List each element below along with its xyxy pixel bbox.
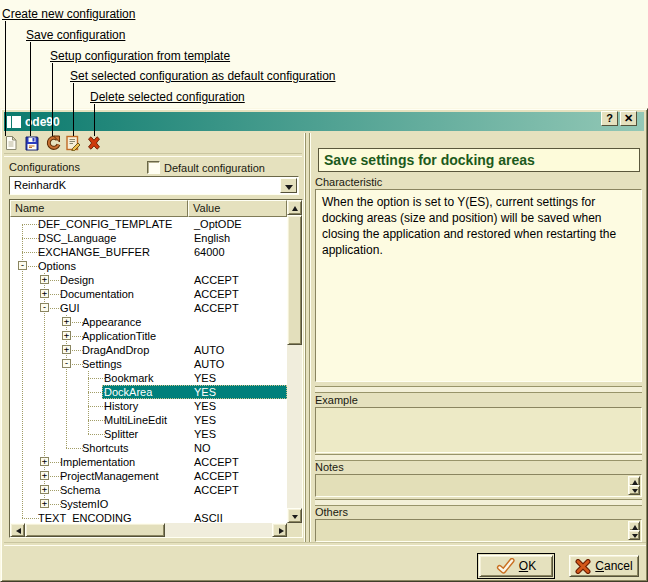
ok-button[interactable]: OK — [477, 553, 555, 579]
expand-toggle[interactable]: + — [62, 331, 71, 340]
scroll-up-button[interactable] — [287, 200, 302, 215]
tree-row[interactable]: EXCHANGE_BUFFER64000 — [10, 245, 287, 259]
tree-node-label[interactable]: History — [104, 399, 138, 413]
collapse-toggle[interactable]: - — [40, 303, 49, 312]
tree-node-label[interactable]: Shortcuts — [82, 441, 128, 455]
tree-row[interactable]: -GUIACCEPT — [10, 301, 287, 315]
expand-toggle[interactable]: + — [40, 275, 49, 284]
tree-row[interactable]: +ProjectManagementACCEPT — [10, 469, 287, 483]
tree-row[interactable]: HistoryYES — [10, 399, 287, 413]
tree-node-label[interactable]: Options — [38, 259, 76, 273]
column-header-name[interactable]: Name — [10, 200, 188, 217]
section-splitter[interactable] — [315, 386, 642, 393]
tree-node-value: ASCII — [194, 511, 223, 523]
tree-node-label[interactable]: Settings — [82, 357, 122, 371]
ok-button-label: OK — [519, 559, 536, 573]
setup-from-template-button[interactable] — [45, 135, 61, 151]
scroll-right-button[interactable] — [272, 523, 287, 537]
tree-node-label[interactable]: ProjectManagement — [60, 469, 158, 483]
tree-node-label[interactable]: Appearance — [82, 315, 141, 329]
collapse-toggle[interactable]: - — [62, 359, 71, 368]
tree-row[interactable]: +DragAndDropAUTO — [10, 343, 287, 357]
new-configuration-button[interactable] — [3, 135, 19, 151]
expand-toggle[interactable]: + — [40, 471, 49, 480]
tree-node-value: _OptODE — [194, 217, 242, 231]
tree-node-label[interactable]: EXCHANGE_BUFFER — [38, 245, 150, 259]
close-button[interactable]: ✕ — [620, 111, 637, 126]
tree-node-label[interactable]: ApplicationTitle — [82, 329, 156, 343]
configuration-select-arrow[interactable] — [280, 178, 297, 193]
configuration-select-value: ReinhardK — [14, 179, 66, 191]
tree-node-label[interactable]: Bookmark — [104, 371, 154, 385]
tree-node-label[interactable]: DockArea — [104, 385, 152, 399]
tree-row[interactable]: -Options — [10, 259, 287, 273]
section-splitter[interactable] — [315, 454, 642, 461]
scroll-thumb[interactable] — [25, 523, 165, 537]
tree-row[interactable]: MultiLineEditYES — [10, 413, 287, 427]
others-scrollbar[interactable] — [628, 521, 640, 540]
tree-node-label[interactable]: Implementation — [60, 455, 135, 469]
tree-row[interactable]: DockAreaYES — [10, 385, 287, 399]
tree-node-label[interactable]: Design — [60, 273, 94, 287]
tree-row[interactable]: +DesignACCEPT — [10, 273, 287, 287]
tree-row[interactable]: DEF_CONFIG_TEMPLATE_OptODE — [10, 217, 287, 231]
column-header-value[interactable]: Value — [188, 200, 287, 217]
tree-node-label[interactable]: Splitter — [104, 427, 138, 441]
tree-row[interactable]: DSC_LanguageEnglish — [10, 231, 287, 245]
default-configuration-checkbox[interactable] — [147, 161, 160, 174]
tree-node-label[interactable]: GUI — [60, 301, 80, 315]
tree-horizontal-scrollbar[interactable] — [10, 523, 287, 537]
tree-vertical-scrollbar[interactable] — [287, 200, 302, 523]
tree-row[interactable]: +DocumentationACCEPT — [10, 287, 287, 301]
titlebar: ode90 — [4, 112, 644, 131]
tree-row[interactable]: TEXT_ENCODINGASCII — [10, 511, 287, 523]
delete-configuration-button[interactable] — [86, 135, 102, 151]
set-default-configuration-button[interactable] — [65, 135, 81, 151]
expand-toggle[interactable]: + — [40, 457, 49, 466]
tree-node-label[interactable]: DSC_Language — [38, 231, 116, 245]
tree-row[interactable]: +Appearance — [10, 315, 287, 329]
tree-node-label[interactable]: TEXT_ENCODING — [38, 511, 132, 523]
expand-toggle[interactable]: + — [40, 485, 49, 494]
tree-row[interactable]: SplitterYES — [10, 427, 287, 441]
notes-scrollbar[interactable] — [628, 476, 640, 495]
save-configuration-button[interactable] — [24, 135, 40, 151]
tree-row[interactable]: +SchemaACCEPT — [10, 483, 287, 497]
expand-toggle[interactable]: + — [40, 289, 49, 298]
configuration-select[interactable]: ReinhardK — [9, 176, 299, 195]
callout-delete-configuration: Delete selected configuration — [90, 90, 245, 104]
scroll-down-button[interactable] — [628, 485, 640, 495]
notes-box[interactable] — [315, 474, 642, 497]
tree-row[interactable]: BookmarkYES — [10, 371, 287, 385]
chevron-down-icon — [285, 185, 293, 190]
scroll-left-button[interactable] — [10, 523, 25, 537]
tree-row[interactable]: +ImplementationACCEPT — [10, 455, 287, 469]
help-button[interactable]: ? — [601, 111, 618, 126]
example-box[interactable] — [315, 407, 642, 453]
tree-node-label[interactable]: MultiLineEdit — [104, 413, 167, 427]
characteristic-box[interactable]: When the option is set to Y(ES), current… — [315, 189, 642, 382]
tree-node-label[interactable]: Documentation — [60, 287, 134, 301]
tree-row[interactable]: ShortcutsNO — [10, 441, 287, 455]
tree-guide-stub — [88, 420, 105, 421]
others-box[interactable] — [315, 519, 642, 542]
scroll-down-button[interactable] — [628, 530, 640, 540]
expand-toggle[interactable]: + — [62, 317, 71, 326]
collapse-toggle[interactable]: - — [18, 261, 27, 270]
tree-row[interactable]: +SystemIO — [10, 497, 287, 511]
scroll-down-button[interactable] — [287, 508, 302, 523]
tree-row[interactable]: +ApplicationTitle — [10, 329, 287, 343]
scroll-thumb[interactable] — [287, 215, 302, 345]
cancel-button[interactable]: Cancel — [569, 555, 639, 577]
expand-toggle[interactable]: + — [40, 499, 49, 508]
tree-node-label[interactable]: Schema — [60, 483, 100, 497]
tree-node-label[interactable]: DEF_CONFIG_TEMPLATE — [38, 217, 172, 231]
setup-from-template-icon — [45, 135, 61, 151]
check-icon — [496, 558, 515, 574]
panel-splitter[interactable] — [304, 133, 311, 543]
tree-row[interactable]: -SettingsAUTO — [10, 357, 287, 371]
tree-node-label[interactable]: DragAndDrop — [82, 343, 149, 357]
section-splitter[interactable] — [315, 499, 642, 506]
expand-toggle[interactable]: + — [62, 345, 71, 354]
tree-node-label[interactable]: SystemIO — [60, 497, 108, 511]
